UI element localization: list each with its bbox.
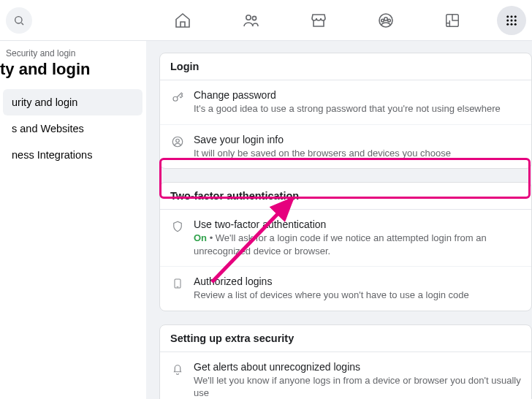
section-title: Setting up extra security [160, 325, 531, 352]
menu-button[interactable] [497, 6, 526, 35]
row-subtitle: Review a list of devices where you won't… [194, 289, 521, 302]
page-title: ty and login [0, 58, 145, 89]
nav-gaming[interactable] [444, 12, 460, 29]
search-icon [13, 15, 25, 26]
svg-point-6 [381, 19, 384, 22]
section-title: Two-factor authentication [160, 183, 531, 210]
section-extra-security: Setting up extra security Get alerts abo… [159, 324, 532, 399]
sidebar-item-label: ness Integrations [12, 149, 92, 161]
row-use-two-factor[interactable]: Use two-factor authentication On • We'll… [160, 210, 531, 267]
row-title: Get alerts about unrecognized logins [194, 361, 521, 373]
svg-point-13 [511, 19, 513, 21]
svg-point-5 [384, 17, 387, 20]
gaming-icon [444, 12, 460, 28]
friends-icon [241, 12, 260, 29]
row-subtitle: It's a good idea to use a strong passwor… [194, 102, 521, 115]
row-subtitle: It will only be saved on the browsers an… [194, 147, 521, 160]
sidebar-item-apps-websites[interactable]: s and Websites [3, 115, 142, 142]
row-authorized-logins[interactable]: Authorized logins Review a list of devic… [160, 267, 531, 311]
row-subtitle: We'll let you know if anyone logs in fro… [194, 374, 521, 399]
svg-point-14 [514, 19, 517, 21]
section-two-factor: Two-factor authentication Use two-factor… [159, 182, 532, 311]
status-on: On [194, 232, 207, 243]
svg-point-2 [246, 15, 251, 19]
svg-point-0 [15, 16, 22, 23]
row-change-password[interactable]: Change password It's a good idea to use … [160, 80, 531, 125]
svg-point-12 [506, 19, 509, 21]
nav-home[interactable] [174, 12, 191, 29]
svg-point-16 [511, 23, 513, 25]
search-button[interactable] [6, 7, 32, 34]
phone-icon [172, 277, 183, 290]
row-title: Save your login info [194, 134, 521, 145]
row-title: Change password [194, 89, 521, 101]
svg-point-10 [511, 15, 513, 18]
nav-friends[interactable] [241, 12, 260, 29]
top-nav [0, 0, 532, 41]
grid-icon [505, 14, 518, 27]
svg-point-9 [506, 15, 509, 18]
sidebar-item-label: urity and login [12, 96, 77, 108]
row-title: Authorized logins [194, 276, 521, 287]
groups-icon [377, 12, 395, 29]
row-title: Use two-factor authentication [194, 218, 521, 230]
svg-point-3 [252, 16, 256, 20]
content-area: Login Change password It's a good idea t… [146, 41, 532, 399]
section-title: Login [160, 53, 531, 80]
svg-line-1 [21, 23, 23, 25]
shield-icon [171, 220, 184, 233]
key-icon [171, 91, 184, 104]
user-icon [171, 135, 184, 148]
row-login-alerts[interactable]: Get alerts about unrecognized logins We'… [160, 352, 531, 399]
nav-marketplace[interactable] [310, 12, 327, 29]
svg-point-18 [173, 96, 178, 101]
svg-point-15 [506, 23, 509, 25]
svg-point-7 [388, 19, 391, 22]
home-icon [174, 12, 191, 29]
svg-point-17 [514, 23, 517, 25]
section-login: Login Change password It's a good idea t… [159, 53, 532, 169]
sidebar-item-security-login[interactable]: urity and login [3, 89, 142, 115]
row-subtitle: On • We'll ask for a login code if we no… [194, 232, 521, 257]
marketplace-icon [310, 12, 327, 29]
svg-point-20 [176, 139, 180, 142]
sidebar-item-label: s and Websites [12, 123, 84, 134]
row-save-login-info[interactable]: Save your login info It will only be sav… [160, 125, 531, 169]
nav-groups[interactable] [377, 12, 395, 29]
sidebar-item-business-integrations[interactable]: ness Integrations [3, 142, 142, 168]
bell-icon [171, 362, 184, 376]
breadcrumb: Security and login [0, 48, 145, 58]
settings-sidebar: Security and login ty and login urity an… [0, 41, 146, 399]
svg-point-11 [514, 15, 517, 18]
